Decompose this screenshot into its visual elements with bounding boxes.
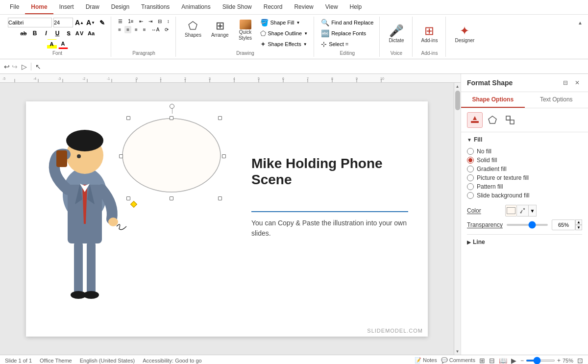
- decrease-indent-btn[interactable]: ⇤: [137, 18, 145, 25]
- tab-shape-options[interactable]: Shape Options: [461, 92, 525, 108]
- scroll-up-btn[interactable]: ▲: [454, 83, 461, 90]
- fill-line-icon-btn[interactable]: [467, 112, 483, 128]
- find-replace-btn[interactable]: 🔍 Find and Replace: [319, 18, 375, 27]
- zoom-out-btn[interactable]: −: [520, 357, 524, 364]
- italic-btn[interactable]: I: [41, 28, 51, 38]
- size-icon-btn[interactable]: [502, 112, 518, 128]
- handle-tl[interactable]: [126, 116, 130, 120]
- undo-btn[interactable]: ↩: [4, 63, 10, 71]
- designer-btn[interactable]: ✦ Designer: [451, 22, 478, 45]
- bold-btn[interactable]: B: [30, 28, 40, 38]
- shape-outline-btn[interactable]: ⬠ Shape Outline ▼: [258, 28, 310, 38]
- shapes-btn[interactable]: ⬠ Shapes: [181, 18, 205, 40]
- tab-insert[interactable]: Insert: [53, 0, 80, 14]
- handle-br[interactable]: [218, 196, 222, 200]
- handle-bc[interactable]: [170, 196, 173, 200]
- slide-bg-fill-option[interactable]: Slide background fill: [467, 191, 582, 200]
- slideshow-btn[interactable]: ▶: [511, 357, 516, 364]
- presentation-view-btn[interactable]: ▷: [22, 63, 27, 71]
- scroll-thumb[interactable]: [455, 91, 460, 110]
- handle-tr[interactable]: [218, 116, 222, 120]
- no-fill-radio[interactable]: [467, 148, 474, 155]
- addins-btn[interactable]: ⊞ Add-ins: [417, 22, 442, 45]
- handle-tc[interactable]: [170, 116, 173, 120]
- tab-review[interactable]: Review: [288, 0, 319, 14]
- clear-format-btn[interactable]: ✎: [97, 18, 107, 27]
- convert-smartart-btn[interactable]: ⟳: [163, 26, 171, 33]
- fill-section-header[interactable]: ▼ Fill: [467, 136, 582, 143]
- arrange-btn[interactable]: ⊞ Arrange: [207, 18, 233, 40]
- transparency-decrease-btn[interactable]: ▼: [575, 225, 582, 230]
- underline-btn[interactable]: U: [52, 28, 62, 38]
- align-left-btn[interactable]: ≡: [116, 26, 123, 33]
- vertical-scrollbar[interactable]: ▲ ▼: [454, 83, 461, 355]
- tab-help[interactable]: Help: [344, 0, 368, 14]
- pattern-fill-radio[interactable]: [467, 183, 474, 190]
- justify-btn[interactable]: ≡: [141, 26, 148, 33]
- decrease-font-btn[interactable]: A▼: [86, 18, 96, 27]
- increase-indent-btn[interactable]: ⇥: [147, 18, 154, 25]
- handle-bl[interactable]: [126, 196, 130, 200]
- transparency-input[interactable]: [552, 219, 575, 230]
- increase-font-btn[interactable]: A▲: [74, 18, 84, 27]
- paragraph-spacing-btn[interactable]: ↕: [165, 18, 172, 25]
- tab-view[interactable]: View: [319, 0, 344, 14]
- tab-animations[interactable]: Animations: [175, 0, 216, 14]
- tab-design[interactable]: Design: [105, 0, 135, 14]
- text-case-btn[interactable]: Aa: [86, 28, 96, 38]
- adjust-handle[interactable]: [130, 200, 137, 207]
- bullets-btn[interactable]: ☰: [116, 18, 124, 25]
- quick-styles-btn[interactable]: QuickStyles: [235, 18, 256, 43]
- color-swatch[interactable]: [505, 205, 517, 217]
- shadow-btn[interactable]: S: [64, 28, 74, 38]
- solid-fill-radio[interactable]: [467, 157, 474, 164]
- notes-btn[interactable]: 📝 Notes: [415, 357, 437, 364]
- panel-close-btn[interactable]: ✕: [572, 78, 582, 88]
- shape-effects-btn[interactable]: ✦ Shape Effects ▼: [258, 39, 310, 49]
- picture-fill-radio[interactable]: [467, 174, 474, 181]
- font-color-btn[interactable]: A: [58, 39, 68, 49]
- tab-record[interactable]: Record: [258, 0, 289, 14]
- pattern-fill-option[interactable]: Pattern fill: [467, 182, 582, 191]
- dictate-btn[interactable]: 🎤 Dictate: [385, 22, 408, 45]
- columns-btn[interactable]: ⊟: [156, 18, 164, 25]
- highlight-btn[interactable]: A: [47, 39, 57, 49]
- transparency-increase-btn[interactable]: ▲: [575, 219, 582, 225]
- normal-view-btn[interactable]: ⊞: [479, 357, 485, 364]
- handle-ml[interactable]: [119, 154, 123, 158]
- tab-file[interactable]: File: [4, 0, 25, 14]
- tab-transitions[interactable]: Transitions: [135, 0, 175, 14]
- tab-text-options[interactable]: Text Options: [525, 92, 588, 108]
- panel-collapse-btn[interactable]: ⊟: [561, 78, 570, 88]
- speech-bubble-container[interactable]: [117, 114, 227, 209]
- comments-btn[interactable]: 💬 Comments: [441, 357, 475, 364]
- tab-slideshow[interactable]: Slide Show: [217, 0, 258, 14]
- text-direction-btn[interactable]: ↔A: [149, 26, 162, 33]
- picture-fill-option[interactable]: Picture or texture fill: [467, 173, 582, 182]
- slide-bg-fill-radio[interactable]: [467, 192, 474, 199]
- shape-icon-btn[interactable]: [485, 112, 500, 128]
- replace-fonts-btn[interactable]: 🔤 Replace Fonts: [319, 28, 368, 38]
- slide-sorter-btn[interactable]: ⊟: [489, 357, 495, 364]
- no-fill-option[interactable]: No fill: [467, 147, 582, 156]
- align-center-btn[interactable]: ≡: [124, 26, 131, 33]
- numbering-btn[interactable]: 1≡: [126, 18, 135, 25]
- handle-mr[interactable]: [222, 154, 226, 158]
- align-right-btn[interactable]: ≡: [133, 26, 140, 33]
- redo-btn[interactable]: ↪: [12, 63, 18, 71]
- color-dropper-btn[interactable]: [517, 205, 529, 217]
- scroll-track[interactable]: [454, 90, 461, 348]
- font-family-select[interactable]: [8, 18, 52, 27]
- fit-slide-btn[interactable]: ⊡: [577, 357, 583, 364]
- gradient-fill-radio[interactable]: [467, 166, 474, 172]
- select-btn[interactable]: ⊹ Select =: [319, 39, 350, 49]
- tab-draw[interactable]: Draw: [80, 0, 105, 14]
- scroll-down-btn[interactable]: ▼: [454, 348, 461, 355]
- solid-fill-option[interactable]: Solid fill: [467, 156, 582, 165]
- color-dropdown-btn[interactable]: ▼: [529, 205, 537, 217]
- line-section-header[interactable]: ▶ Line: [467, 239, 582, 245]
- shape-fill-btn[interactable]: 🪣 Shape Fill ▼: [258, 18, 310, 27]
- gradient-fill-option[interactable]: Gradient fill: [467, 165, 582, 173]
- strikethrough-btn[interactable]: ab: [19, 28, 28, 38]
- ribbon-collapse-btn[interactable]: ▲: [576, 19, 584, 26]
